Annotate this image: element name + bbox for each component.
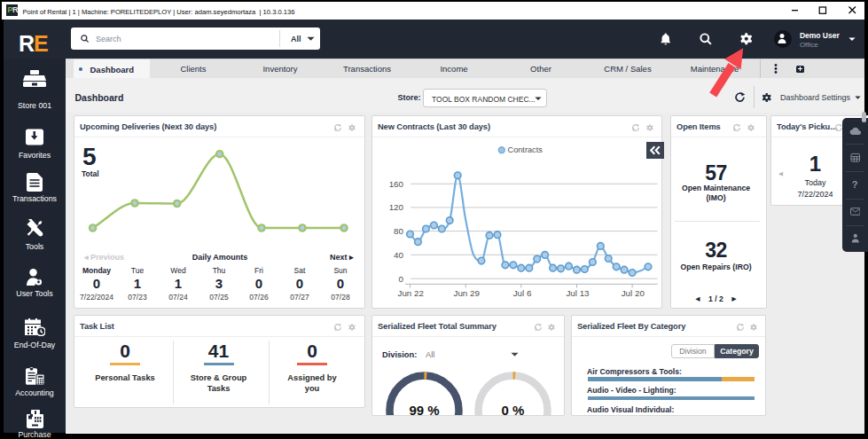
svg-text:Jul 13: Jul 13 xyxy=(566,288,590,298)
svg-text:0: 0 xyxy=(399,274,404,284)
svg-text:80: 80 xyxy=(394,226,403,236)
svg-text:Jul 20: Jul 20 xyxy=(622,288,645,298)
svg-text:Jul 6: Jul 6 xyxy=(513,288,532,298)
svg-text:Contracts: Contracts xyxy=(508,145,543,154)
svg-text:99 %: 99 % xyxy=(409,403,439,417)
svg-text:160: 160 xyxy=(389,179,404,189)
svg-text:40: 40 xyxy=(394,250,403,260)
svg-text:0 %: 0 % xyxy=(502,403,525,417)
svg-text:120: 120 xyxy=(389,202,404,212)
svg-text:Jun 22: Jun 22 xyxy=(397,288,423,298)
svg-text:Jun 29: Jun 29 xyxy=(453,288,479,298)
